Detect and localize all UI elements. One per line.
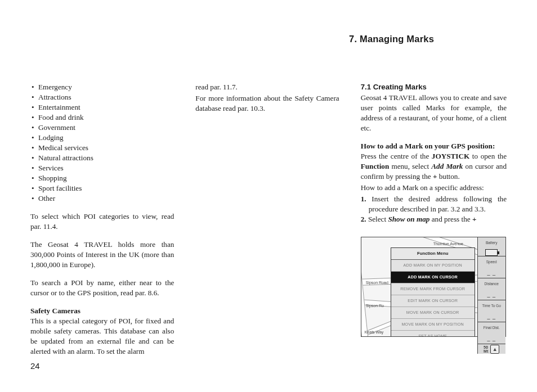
list-item: Shopping (38, 173, 174, 183)
speed-cell: Speed _ _ (477, 256, 505, 278)
plus-label: + (472, 215, 477, 223)
how-to-block: How to add a Mark on your GPS position: … (361, 141, 507, 182)
function-label: Function (361, 162, 390, 170)
scale-label: 50 Mt (484, 345, 488, 353)
body-text: Press the centre of the (361, 152, 432, 160)
cell-label: Distance (485, 282, 499, 286)
compass-icon: ▲ (490, 345, 499, 354)
body-text: button. (437, 172, 459, 181)
list-item: Services (38, 163, 174, 173)
body-text: Insert the desired address following the… (369, 195, 507, 213)
cell-value: _ _ (478, 268, 505, 278)
scale-cell: 50 Mt ▲ (477, 344, 505, 354)
list-item: Medical services (38, 143, 174, 153)
body-text: menu, select (389, 162, 431, 170)
column-1: Emergency Attractions Entertainment Food… (30, 31, 174, 357)
body-text: and press the (429, 215, 472, 223)
body-text: To select which POI categories to view, … (30, 211, 174, 232)
final-dist-cell: Final Dist. _ _ (477, 322, 505, 344)
how-to-heading: How to add a Mark on your GPS position: (361, 142, 495, 150)
body-text: Select (368, 215, 388, 223)
column-2: read par. 11.7. For more information abo… (195, 31, 339, 357)
list-item: Natural attractions (38, 153, 174, 163)
step-2: 2. Select Show on map and press the + (361, 214, 507, 224)
cell-value: _ _ (478, 312, 505, 322)
body-text: To search a POI by name, either near to … (30, 278, 174, 298)
column-3: 7.1 Creating Marks Geosat 4 TRAVEL allow… (361, 31, 507, 357)
list-item: Government (38, 123, 174, 133)
step-1: 1. Insert the desired address following … (361, 194, 507, 214)
road-label: Keats Way (365, 327, 384, 336)
body-text: This is a special category of POI, for f… (30, 317, 174, 355)
cell-value: _ _ (478, 334, 505, 344)
map-area: Thornton Avenue Sipson Road Sipson Ro Ke… (361, 237, 478, 336)
body-text: For more information about the Safety Ca… (195, 93, 339, 114)
body-text: to open the (469, 152, 507, 160)
show-on-map-label: Show on map (388, 215, 429, 223)
menu-item: SET AS HOME (391, 331, 475, 336)
joystick-label: JOYSTICK (432, 152, 469, 160)
steps-list: 1. Insert the desired address following … (361, 194, 507, 224)
body-text: Geosat 4 TRAVEL allows you to create and… (361, 93, 507, 133)
menu-item: MOVE MARK ON CURSOR (391, 307, 475, 319)
list-item: Emergency (38, 82, 174, 92)
section-heading-7-1: 7.1 Creating Marks (361, 82, 507, 92)
function-menu: Function Menu ADD MARK ON MY POSITION AD… (391, 247, 475, 336)
device-screenshot: Thornton Avenue Sipson Road Sipson Ro Ke… (361, 237, 506, 337)
safety-cameras-block: Safety Cameras This is a special categor… (30, 306, 174, 357)
cell-label: Speed (486, 260, 497, 264)
battery-cell: Battery (477, 237, 505, 256)
cell-label: Time To Go (482, 304, 501, 308)
list-item: Sport facilities (38, 183, 174, 193)
chapter-title: 7. Managing Marks (349, 34, 434, 44)
add-mark-label: Add Mark (431, 162, 463, 170)
page-number: 24 (30, 361, 40, 371)
battery-icon (485, 249, 498, 256)
list-item: Attractions (38, 92, 174, 102)
menu-item: EDIT MARK ON CURSOR (391, 295, 475, 307)
menu-item: REMOVE MARK FROM CURSOR (391, 283, 475, 295)
menu-item: MOVE MARK ON MY POSITION (391, 319, 475, 331)
body-text: read par. 11.7. (195, 82, 339, 92)
time-to-go-cell: Time To Go _ _ (477, 300, 505, 322)
cell-value: _ _ (478, 290, 505, 300)
list-item: Other (38, 193, 174, 204)
distance-cell: Distance _ _ (477, 278, 505, 300)
list-item: Food and drink (38, 112, 174, 123)
poi-category-list: Emergency Attractions Entertainment Food… (30, 82, 174, 204)
menu-item-selected: ADD MARK ON CURSOR (391, 272, 475, 283)
list-item: Entertainment (38, 102, 174, 112)
road-label: Sipson Road (366, 278, 388, 288)
cell-label: Battery (486, 241, 498, 245)
menu-item: ADD MARK ON MY POSITION (391, 260, 475, 272)
road-label: Sipson Ro (366, 301, 384, 311)
cell-label: Final Dist. (484, 326, 500, 330)
body-text: How to add a Mark on a specific address: (361, 183, 507, 193)
function-menu-title: Function Menu (391, 248, 475, 260)
body-text: The Geosat 4 TRAVEL holds more than 300,… (30, 240, 174, 270)
safety-cameras-heading: Safety Cameras (30, 307, 80, 315)
side-panel: Battery Speed _ _ Distance _ _ Time T (477, 237, 505, 336)
list-item: Lodging (38, 133, 174, 143)
